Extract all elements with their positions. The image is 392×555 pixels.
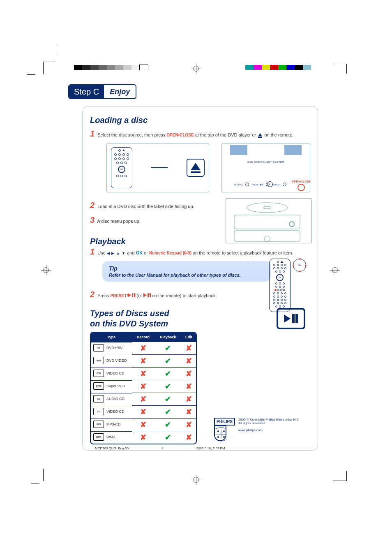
registration-mark <box>43 267 49 273</box>
content-panel: Loading a disc 1 Select the disc source,… <box>82 106 318 451</box>
disc-logo-icon: CD <box>93 408 104 415</box>
print-footer: MCD700 QUG_Eng-55 4 2005.5.18, 2:57 PM <box>83 446 318 451</box>
arrow-keys-icon: ◀ ▶ ▲ ▼ <box>107 251 126 255</box>
disc-type-label: AUDIO CD <box>106 397 125 401</box>
step-header: Step C Enjoy <box>68 84 136 99</box>
crop-mark <box>333 471 347 481</box>
table-row: VCDVIDEO CD✘✔✘ <box>91 368 196 380</box>
table-header: Edit <box>182 333 196 342</box>
loading-step-2: 2 Load in a DVD disc with the label side… <box>90 200 217 210</box>
disc-logo-icon: MP3 <box>93 421 104 428</box>
disc-logo-icon: SVCD <box>93 382 104 390</box>
tip-title: Tip <box>109 265 264 272</box>
disc-logo-icon: RW <box>93 344 104 352</box>
eject-icon <box>258 133 262 136</box>
table-header: Type <box>91 333 132 342</box>
remote-diagram-card: OK <box>106 143 209 192</box>
remote-mini: OK <box>111 147 132 188</box>
svg-point-7 <box>223 430 225 432</box>
philips-wordmark: PHILIPS <box>214 418 235 426</box>
svg-point-6 <box>217 430 219 432</box>
table-row: RWDVD+RW✘✔✘ <box>91 342 196 355</box>
player-front-diagram: DVD COMPONENT SYSTEM SOURCEPRESET/▶IIDIS… <box>221 143 310 192</box>
callout-line <box>151 167 168 168</box>
registration-mark <box>332 267 338 273</box>
section-title-loading: Loading a disc <box>90 116 310 125</box>
svg-point-5 <box>264 236 270 242</box>
doc-id: MCD700 QUG_Eng-55 <box>95 446 129 450</box>
disc-logo-icon: VCD <box>93 370 104 377</box>
copyright-line: 2005 © Koninklijie Philips Electronics N… <box>238 418 299 421</box>
table-row: CDAUDIO CD✘✔✘ <box>91 393 196 406</box>
player-iso-diagram <box>226 198 312 250</box>
disc-type-label: VIDEO CD <box>106 371 125 375</box>
rights-line: All rights reserved. <box>238 421 299 425</box>
page-number: 4 <box>161 446 163 450</box>
svg-point-3 <box>289 222 294 227</box>
loading-step-3: 3 A disc menu pops up. <box>90 215 217 225</box>
tip-box: Tip Refer to the User Manual for playbac… <box>102 261 271 282</box>
step-label: Step C <box>69 85 104 98</box>
crop-mark <box>333 64 347 74</box>
table-row: DVDDVD VIDEO✘✔✘ <box>91 355 196 368</box>
svg-point-1 <box>263 206 271 209</box>
disc-logo-icon: DVD <box>93 357 104 364</box>
philips-shield-icon <box>214 426 226 441</box>
svg-point-0 <box>247 203 288 213</box>
grayscale-swatches <box>74 65 148 70</box>
remote-ok-closeup <box>293 259 306 272</box>
step-subtitle: Enjoy <box>104 86 136 98</box>
disc-type-label: MP3-CD <box>106 422 121 426</box>
registration-mark <box>193 66 199 72</box>
table-row: WMAWMA✘✔✘ <box>91 431 196 444</box>
playback-step-1: 1 Use ◀ ▶ ▲ ▼ and OK or Numeric Keypad (… <box>90 246 310 257</box>
crop-mark <box>43 469 57 481</box>
disc-type-label: Super VCD <box>106 384 125 388</box>
loading-diagram-row: OK DVD COMPONENT SYSTEM SOURCEPRESET/▶II… <box>90 143 310 192</box>
brand-footer: PHILIPS 2005 © Koninklijie Philips Elect… <box>214 418 299 441</box>
open-close-button-illustration <box>297 184 305 191</box>
disc-type-label: WMA <box>106 435 115 439</box>
remote-full-illustration: OK <box>269 259 306 312</box>
crop-mark <box>43 62 55 74</box>
tip-text: Refer to the User Manual for playback of… <box>109 273 264 278</box>
registration-mark <box>193 477 199 483</box>
brand-url: www.philips.com <box>238 428 299 432</box>
svg-point-8 <box>217 436 219 438</box>
print-timestamp: 2005.5.18, 2:57 PM <box>196 446 225 450</box>
section-title-playback: Playback <box>90 237 217 246</box>
table-row: SVCDSuper VCD✘✔✘ <box>91 380 196 393</box>
disc-logo-icon: WMA <box>93 433 104 441</box>
disc-logo-icon: CD <box>93 395 104 402</box>
table-header: Record <box>132 333 154 342</box>
loading-step-1: 1 Select the disc source, then press OPE… <box>90 128 310 139</box>
eject-button-illustration <box>187 159 205 177</box>
table-header: Playback <box>154 333 182 342</box>
disc-type-label: DVD VIDEO <box>106 358 127 363</box>
color-swatches <box>245 65 311 70</box>
disc-type-label: VIDEO CD <box>106 409 125 414</box>
open-close-label: OPEN•CLOSE <box>292 180 311 183</box>
disc-type-label: DVD+RW <box>106 346 122 350</box>
svg-point-9 <box>223 436 225 438</box>
table-row: CDVIDEO CD✘✔✘ <box>91 406 196 419</box>
table-row: MP3MP3-CD✘✔✘ <box>91 419 196 431</box>
disc-compatibility-table: TypeRecordPlaybackEdit RWDVD+RW✘✔✘DVDDVD… <box>90 332 197 444</box>
